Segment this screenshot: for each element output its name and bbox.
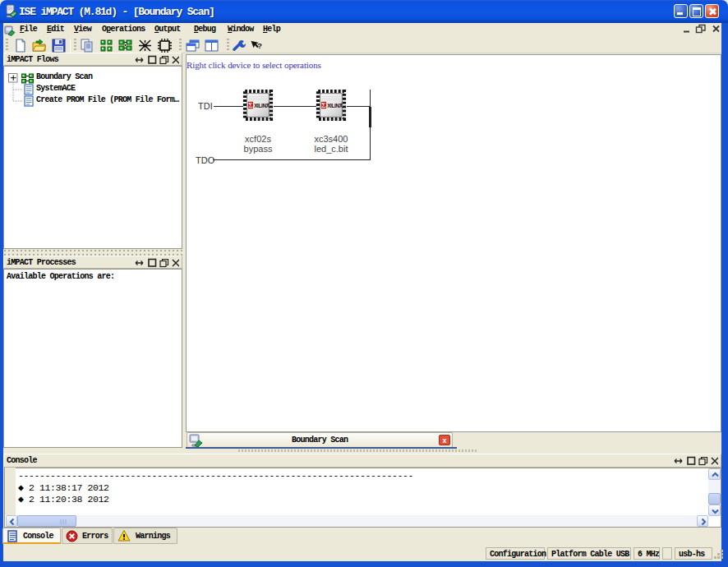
svg-text:Σ: Σ [248, 101, 253, 109]
svg-text:?: ? [257, 42, 262, 50]
svg-text:Σ: Σ [321, 101, 326, 109]
